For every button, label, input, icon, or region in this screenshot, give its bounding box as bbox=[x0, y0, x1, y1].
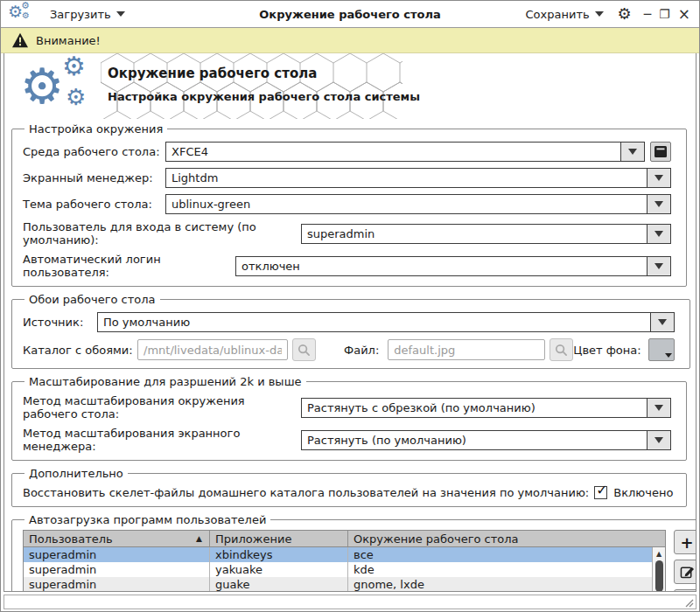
dropdown-button[interactable] bbox=[647, 169, 670, 187]
group-wallpaper-legend: Обои рабочего стола bbox=[24, 293, 160, 306]
chevron-down-icon bbox=[628, 149, 637, 155]
dropdown-button[interactable] bbox=[647, 225, 670, 243]
table-cell: guake bbox=[210, 577, 348, 592]
main-content: ⚙ ⚙ ⚙ Окружение рабочего стола Настройка… bbox=[4, 53, 696, 592]
display-manager-value: Lightdm bbox=[166, 171, 647, 184]
table-row[interactable]: superadminxbindkeysвсе bbox=[24, 547, 652, 562]
column-header-application[interactable]: Приложение bbox=[210, 531, 348, 546]
install-package-button[interactable] bbox=[650, 142, 671, 162]
page-title: Окружение рабочего стола bbox=[108, 66, 696, 81]
desktop-env-label: Среда рабочего стола: bbox=[23, 145, 165, 158]
chevron-down-icon bbox=[665, 353, 672, 358]
autologin-label: Автоматический логин пользователя: bbox=[23, 253, 235, 279]
chevron-down-icon bbox=[658, 319, 667, 325]
chevron-down-icon bbox=[654, 263, 663, 269]
warning-text: Внимание! bbox=[36, 34, 101, 47]
scaling-dm-label: Метод масштабирования экранного менеджер… bbox=[23, 427, 301, 453]
group-environment: Настройка окружения Среда рабочего стола… bbox=[11, 122, 687, 287]
table-cell: superadmin bbox=[24, 562, 210, 577]
edit-pencil-icon bbox=[680, 565, 695, 579]
table-vertical-scrollbar[interactable]: ▲ ▼ bbox=[652, 547, 665, 592]
dropdown-button[interactable] bbox=[647, 431, 670, 449]
search-icon bbox=[298, 344, 311, 357]
save-menu-button[interactable]: Сохранить bbox=[520, 4, 608, 24]
column-header-user[interactable]: Пользователь ▲ bbox=[24, 531, 210, 546]
autostart-table: Пользователь ▲ Приложение Окружение рабо… bbox=[23, 530, 666, 592]
default-user-label: Пользователь для входа в систему (по умо… bbox=[23, 220, 301, 247]
close-button[interactable]: × bbox=[678, 8, 690, 20]
wallpaper-file-browse-button[interactable] bbox=[550, 338, 573, 361]
edit-entry-button[interactable] bbox=[674, 560, 696, 584]
display-manager-label: Экранный менеджер: bbox=[23, 171, 165, 184]
dropdown-button[interactable] bbox=[650, 313, 674, 331]
checkmark-icon: ✓ bbox=[596, 482, 607, 498]
window-controls: ─ ❐ × bbox=[644, 8, 690, 20]
theme-value: ublinux-green bbox=[166, 198, 647, 211]
skel-reset-label: Восстановить скелет-файлы домашнего ката… bbox=[23, 486, 589, 499]
wallpaper-source-value: По умолчанию bbox=[98, 316, 650, 329]
table-row[interactable]: superadminyakuakekde bbox=[24, 562, 652, 577]
app-window: Окружение рабочего стола ⚙ ⚙ ⚙ Загрузить… bbox=[0, 0, 700, 612]
app-logo-gears-icon: ⚙ ⚙ ⚙ bbox=[10, 3, 32, 24]
group-scaling-legend: Масштабирование для разршений 2k и выше bbox=[24, 375, 306, 388]
scrollbar-thumb[interactable] bbox=[655, 560, 663, 592]
hexagon-pattern bbox=[101, 53, 402, 119]
wallpaper-file-input[interactable] bbox=[388, 339, 545, 360]
minimize-button[interactable]: ─ bbox=[644, 8, 651, 20]
chevron-down-icon bbox=[654, 437, 663, 443]
theme-combobox[interactable]: ublinux-green bbox=[165, 194, 671, 214]
warning-banner: Внимание! bbox=[1, 28, 699, 53]
table-action-buttons: + bbox=[674, 530, 696, 592]
group-environment-legend: Настройка окружения bbox=[24, 122, 167, 136]
desktop-env-value: XFCE4 bbox=[166, 145, 620, 158]
autologin-value: отключен bbox=[236, 260, 647, 273]
add-entry-button[interactable]: + bbox=[674, 530, 696, 554]
scaling-dm-value: Растянуть (по умолчанию) bbox=[302, 434, 647, 447]
load-menu-button[interactable]: Загрузить bbox=[45, 4, 130, 24]
group-autostart-legend: Автозагрузка программ пользователей bbox=[24, 513, 270, 526]
delete-entry-button[interactable] bbox=[674, 589, 696, 592]
dropdown-button[interactable] bbox=[620, 143, 644, 161]
dropdown-button[interactable] bbox=[647, 257, 670, 275]
wallpaper-source-combobox[interactable]: По умолчанию bbox=[97, 312, 675, 332]
scaling-desktop-value: Растянуть с обрезкой (по умолчанию) bbox=[302, 401, 647, 414]
sort-ascending-icon: ▲ bbox=[196, 534, 204, 543]
display-manager-combobox[interactable]: Lightdm bbox=[165, 168, 671, 188]
scaling-dm-combobox[interactable]: Растянуть (по умолчанию) bbox=[301, 430, 671, 450]
group-scaling: Масштабирование для разршений 2k и выше … bbox=[11, 375, 687, 461]
wallpaper-dir-input[interactable] bbox=[137, 339, 288, 360]
maximize-button[interactable]: ❐ bbox=[659, 8, 670, 20]
load-menu-label: Загрузить bbox=[50, 8, 111, 21]
scaling-desktop-combobox[interactable]: Растянуть с обрезкой (по умолчанию) bbox=[301, 398, 671, 418]
resize-grip[interactable] bbox=[683, 597, 694, 608]
autologin-combobox[interactable]: отключен bbox=[235, 256, 671, 276]
desktop-env-combobox[interactable]: XFCE4 bbox=[165, 142, 645, 162]
table-row[interactable]: superadminguakegnome, lxde bbox=[24, 577, 652, 592]
bg-color-label: Цвет фона: bbox=[573, 344, 640, 357]
table-cell: gnome, lxde bbox=[348, 577, 652, 592]
dropdown-button[interactable] bbox=[647, 195, 670, 213]
settings-gear-icon[interactable]: ⚙ bbox=[618, 6, 632, 22]
warning-triangle-icon bbox=[11, 32, 29, 48]
wallpaper-source-label: Источник: bbox=[23, 316, 97, 329]
wallpaper-dir-browse-button[interactable] bbox=[292, 338, 316, 361]
table-cell: kde bbox=[348, 562, 652, 577]
group-wallpaper: Обои рабочего стола Источник: По умолчан… bbox=[11, 293, 690, 369]
default-user-combobox[interactable]: superadmin bbox=[301, 224, 671, 244]
table-cell: yakuake bbox=[210, 562, 348, 577]
scroll-up-icon[interactable]: ▲ bbox=[653, 547, 665, 560]
group-additional-legend: Дополнительно bbox=[24, 467, 128, 480]
autostart-table-body: superadminxbindkeysвсеsuperadminyakuakek… bbox=[24, 547, 652, 592]
chevron-down-icon bbox=[595, 11, 604, 17]
column-header-desktop-env[interactable]: Окружение рабочего стола bbox=[348, 531, 665, 546]
hero-header: ⚙ ⚙ ⚙ Окружение рабочего стола Настройка… bbox=[4, 53, 696, 120]
bg-color-picker-button[interactable] bbox=[648, 338, 675, 361]
table-cell: xbindkeys bbox=[210, 547, 348, 562]
table-cell: все bbox=[348, 547, 652, 562]
save-menu-label: Сохранить bbox=[525, 8, 589, 21]
chevron-down-icon bbox=[654, 201, 663, 207]
package-box-icon bbox=[654, 145, 668, 158]
status-bar bbox=[4, 595, 696, 609]
skel-reset-checkbox[interactable]: ✓ bbox=[594, 486, 607, 499]
dropdown-button[interactable] bbox=[647, 399, 670, 417]
